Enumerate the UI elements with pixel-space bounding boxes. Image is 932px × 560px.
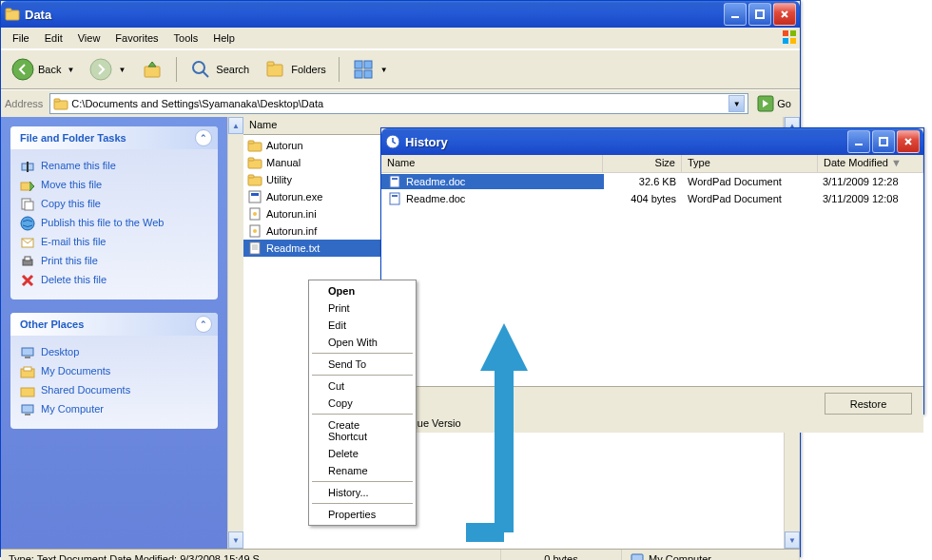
- separator: [339, 57, 340, 82]
- place-link[interactable]: My Computer: [20, 400, 208, 419]
- place-link[interactable]: Shared Documents: [20, 381, 208, 400]
- task-link[interactable]: Delete this file: [20, 271, 208, 290]
- task-link[interactable]: Move this file: [20, 176, 208, 195]
- views-button[interactable]: ▼: [347, 55, 393, 84]
- menu-help[interactable]: Help: [205, 29, 243, 47]
- task-label: Delete this file: [41, 273, 107, 287]
- menu-view[interactable]: View: [70, 29, 108, 47]
- maximize-button[interactable]: [748, 3, 771, 26]
- folder-icon: [5, 7, 20, 22]
- svg-rect-54: [880, 138, 887, 145]
- maximize-button[interactable]: [872, 130, 895, 153]
- file-icon: [247, 138, 262, 153]
- hist-name: Readme.doc: [406, 176, 465, 187]
- minimize-button[interactable]: [847, 130, 870, 153]
- scroll-up-icon[interactable]: ▲: [228, 117, 243, 134]
- ctx-open-with[interactable]: Open With: [311, 334, 414, 351]
- scroll-down-icon[interactable]: ▼: [785, 531, 800, 549]
- restore-button[interactable]: Restore: [825, 393, 912, 415]
- history-row[interactable]: Readme.doc32.6 KBWordPad Document3/11/20…: [381, 173, 923, 190]
- svg-rect-43: [249, 191, 261, 203]
- ctx-open[interactable]: Open: [311, 282, 414, 299]
- place-link[interactable]: Desktop: [20, 343, 208, 362]
- hist-type: WordPad Document: [682, 176, 817, 187]
- go-button[interactable]: Go: [752, 93, 796, 114]
- sort-desc-icon: ▼: [891, 157, 902, 168]
- sidebar: File and Folder Tasks ⌃ Rename this file…: [1, 117, 227, 549]
- menu-edit[interactable]: Edit: [37, 29, 70, 47]
- ctx-copy[interactable]: Copy: [311, 395, 414, 412]
- place-link[interactable]: My Documents: [20, 362, 208, 381]
- ctx-rename[interactable]: Rename: [311, 462, 414, 479]
- col-size[interactable]: Size: [603, 155, 682, 172]
- separator: [176, 57, 177, 82]
- documents-icon: [20, 364, 35, 379]
- ctx-print[interactable]: Print: [311, 299, 414, 317]
- chevron-down-icon: ▼: [118, 66, 126, 74]
- hist-date: 3/11/2009 12:08: [817, 193, 923, 204]
- col-date[interactable]: Date Modified ▼: [818, 155, 923, 172]
- scroll-down-icon[interactable]: ▼: [228, 531, 243, 549]
- hist-size: 32.6 KB: [604, 176, 682, 187]
- task-link[interactable]: Print this file: [20, 252, 208, 271]
- ctx-delete[interactable]: Delete: [311, 445, 414, 462]
- history-title: History: [405, 135, 847, 149]
- history-row[interactable]: Readme.doc404 bytesWordPad Document3/11/…: [381, 190, 923, 207]
- history-columns[interactable]: Name Size Type Date Modified ▼: [381, 155, 923, 173]
- separator: [312, 375, 413, 376]
- search-button[interactable]: Search: [184, 55, 254, 84]
- file-name: Autorun.ini: [266, 208, 317, 220]
- chevron-down-icon[interactable]: ▼: [728, 95, 745, 112]
- print-icon: [20, 254, 35, 269]
- task-label: Publish this file to the Web: [41, 216, 164, 230]
- status-bytes: 0 bytes: [501, 550, 622, 560]
- back-button[interactable]: Back ▼: [7, 55, 79, 84]
- folders-button[interactable]: Folders: [260, 55, 331, 84]
- hist-size: 404 bytes: [604, 193, 682, 204]
- close-button[interactable]: [773, 3, 796, 26]
- folder-icon: [53, 96, 68, 111]
- menu-favorites[interactable]: Favorites: [107, 29, 165, 47]
- svg-rect-12: [267, 65, 282, 76]
- chevron-down-icon: ▼: [380, 66, 388, 74]
- svg-rect-4: [783, 30, 788, 36]
- svg-rect-57: [390, 193, 399, 204]
- place-label: My Computer: [41, 402, 104, 416]
- task-link[interactable]: Rename this file: [20, 157, 208, 176]
- delete-icon: [20, 273, 35, 288]
- file-name: Utility: [266, 174, 292, 185]
- titlebar[interactable]: Data: [1, 1, 800, 28]
- up-button[interactable]: [136, 55, 168, 84]
- ctx-edit[interactable]: Edit: [311, 317, 414, 334]
- menu-file[interactable]: File: [5, 29, 37, 47]
- minimize-button[interactable]: [724, 3, 747, 26]
- history-titlebar[interactable]: History: [381, 128, 923, 155]
- task-link[interactable]: E-mail this file: [20, 233, 208, 252]
- places-header[interactable]: Other Places ⌃: [10, 313, 218, 336]
- status-text: Type: Text Document Date Modified: 9/3/2…: [1, 550, 501, 560]
- forward-button[interactable]: ▼: [85, 55, 130, 84]
- svg-rect-29: [25, 257, 30, 261]
- close-button[interactable]: [897, 130, 920, 153]
- col-name[interactable]: Name: [381, 155, 603, 172]
- menu-tools[interactable]: Tools: [166, 29, 206, 47]
- doc-icon: [387, 174, 402, 189]
- collapse-icon[interactable]: ⌃: [195, 129, 212, 146]
- ctx-history-[interactable]: History...: [311, 484, 414, 501]
- ctx-create-shortcut[interactable]: Create Shortcut: [311, 416, 414, 445]
- ctx-properties[interactable]: Properties: [311, 506, 414, 523]
- address-combo[interactable]: C:\Documents and Settings\Syamanaka\Desk…: [49, 93, 748, 114]
- svg-rect-10: [145, 67, 160, 77]
- file-name: Autorun.exe: [266, 191, 322, 203]
- sidebar-scrollbar[interactable]: ▲ ▼: [227, 117, 243, 549]
- tasks-header[interactable]: File and Folder Tasks ⌃: [10, 126, 218, 149]
- ctx-cut[interactable]: Cut: [311, 377, 414, 395]
- computer-icon: [630, 551, 645, 560]
- col-type[interactable]: Type: [682, 155, 818, 172]
- svg-rect-55: [390, 176, 399, 187]
- file-name: Autorun: [266, 140, 303, 151]
- ctx-send-to[interactable]: Send To: [311, 356, 414, 373]
- task-link[interactable]: Publish this file to the Web: [20, 214, 208, 233]
- collapse-icon[interactable]: ⌃: [195, 316, 212, 333]
- task-link[interactable]: Copy this file: [20, 195, 208, 214]
